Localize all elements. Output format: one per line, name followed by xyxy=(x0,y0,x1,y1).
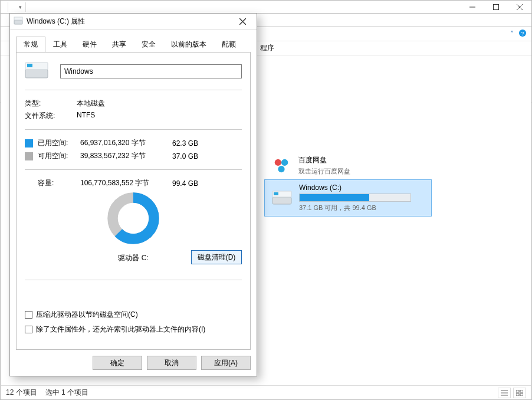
dialog-button-row: 确定 取消 应用(A) xyxy=(10,350,257,376)
dialog-close-button[interactable] xyxy=(232,15,253,29)
menubar-item[interactable]: 程序 xyxy=(260,43,274,53)
tab-strip: 常规 工具 硬件 共享 安全 以前的版本 配额 xyxy=(10,30,257,52)
chevron-down-icon[interactable]: ▾ xyxy=(19,4,22,10)
used-label: 已用空间: xyxy=(38,138,80,148)
tile-title: Windows (C:) xyxy=(299,183,425,192)
svg-rect-15 xyxy=(520,390,523,392)
index-label: 除了文件属性外，还允许索引此驱动器上文件的内容(I) xyxy=(36,324,205,335)
tile-baidu[interactable]: 百度网盘 双击运行百度网盘 xyxy=(264,152,432,179)
checkbox-icon[interactable] xyxy=(25,326,32,333)
free-bytes: 39,833,567,232 字节 xyxy=(80,151,172,161)
apply-button[interactable]: 应用(A) xyxy=(201,356,251,370)
tile-title: 百度网盘 xyxy=(298,155,426,165)
type-key: 类型: xyxy=(25,99,59,109)
tab-panel-general: Windows 类型:本地磁盘 文件系统:NTFS 已用空间: 66,937,0… xyxy=(16,52,251,350)
fs-val: NTFS xyxy=(77,111,95,121)
compress-label: 压缩此驱动器以节约磁盘空间(C) xyxy=(36,310,138,320)
drive-icon xyxy=(25,61,48,81)
free-gb: 37.0 GB xyxy=(172,152,208,160)
drive-icon xyxy=(271,183,293,212)
svg-rect-18 xyxy=(14,20,22,24)
donut-caption: 驱动器 C: xyxy=(118,253,148,263)
fs-key: 文件系统: xyxy=(25,111,59,121)
svg-rect-14 xyxy=(516,390,519,392)
close-button[interactable] xyxy=(508,1,531,14)
quick-access-toolbar: ▾ xyxy=(1,1,531,14)
type-val: 本地磁盘 xyxy=(77,99,105,109)
tab-security[interactable]: 安全 xyxy=(134,37,163,53)
drive-name-value: Windows xyxy=(64,67,93,76)
svg-rect-20 xyxy=(25,70,48,78)
svg-text:?: ? xyxy=(521,31,524,37)
dialog-titlebar[interactable]: Windows (C:) 属性 xyxy=(10,14,257,30)
tile-subtitle: 双击运行百度网盘 xyxy=(298,167,426,176)
tab-general[interactable]: 常规 xyxy=(16,37,45,53)
tab-tools[interactable]: 工具 xyxy=(45,37,75,53)
capacity-bytes: 106,770,583,552 字节 xyxy=(80,178,172,188)
minimize-button[interactable] xyxy=(461,1,484,14)
status-count: 12 个项目 xyxy=(6,388,37,398)
baidu-netdisk-icon xyxy=(270,155,293,176)
svg-rect-4 xyxy=(494,4,499,9)
chevron-up-icon[interactable]: ˄ xyxy=(510,30,514,38)
tab-quota[interactable]: 配额 xyxy=(214,37,244,53)
svg-rect-16 xyxy=(516,394,519,396)
tile-subtitle: 37.1 GB 可用，共 99.4 GB xyxy=(299,204,425,212)
tab-sharing[interactable]: 共享 xyxy=(104,37,134,53)
view-tiles-button[interactable] xyxy=(513,388,526,398)
view-details-button[interactable] xyxy=(498,388,511,398)
checkbox-icon[interactable] xyxy=(25,311,32,319)
drive-usage-bar xyxy=(299,194,411,202)
dialog-title: Windows (C:) 属性 xyxy=(27,17,85,27)
maximize-button[interactable] xyxy=(484,1,508,14)
svg-point-8 xyxy=(275,159,281,165)
disk-cleanup-button[interactable]: 磁盘清理(D) xyxy=(191,250,242,264)
help-icon[interactable]: ? xyxy=(518,29,527,39)
used-gb: 62.3 GB xyxy=(172,139,208,147)
index-checkbox-row[interactable]: 除了文件属性外，还允许索引此驱动器上文件的内容(I) xyxy=(25,324,242,335)
svg-rect-13 xyxy=(274,192,278,195)
compress-checkbox-row[interactable]: 压缩此驱动器以节约磁盘空间(C) xyxy=(25,310,242,320)
svg-rect-19 xyxy=(14,17,22,20)
cancel-button[interactable]: 取消 xyxy=(147,356,196,370)
status-selected: 选中 1 个项目 xyxy=(45,388,88,398)
svg-rect-22 xyxy=(27,64,32,67)
svg-point-9 xyxy=(281,159,288,165)
properties-dialog: Windows (C:) 属性 常规 工具 硬件 共享 安全 以前的版本 配额 … xyxy=(9,13,257,376)
usage-donut: 驱动器 C: 磁盘清理(D) xyxy=(25,192,242,263)
capacity-gb: 99.4 GB xyxy=(172,179,208,188)
ok-button[interactable]: 确定 xyxy=(93,356,142,370)
free-label: 可用空间: xyxy=(38,151,80,161)
used-bytes: 66,937,016,320 字节 xyxy=(80,138,172,148)
tab-hardware[interactable]: 硬件 xyxy=(75,37,104,53)
drive-name-input[interactable]: Windows xyxy=(60,64,242,78)
capacity-label: 容量: xyxy=(38,178,80,188)
svg-rect-17 xyxy=(520,394,523,396)
used-color-swatch xyxy=(25,139,33,147)
drive-icon xyxy=(14,16,23,27)
status-bar: 12 个项目 选中 1 个项目 xyxy=(1,385,531,399)
tab-previous[interactable]: 以前的版本 xyxy=(163,37,214,53)
svg-point-10 xyxy=(278,166,284,172)
tile-drive-c[interactable]: Windows (C:) 37.1 GB 可用，共 99.4 GB xyxy=(264,179,432,217)
free-color-swatch xyxy=(25,152,33,160)
svg-rect-11 xyxy=(272,197,291,204)
